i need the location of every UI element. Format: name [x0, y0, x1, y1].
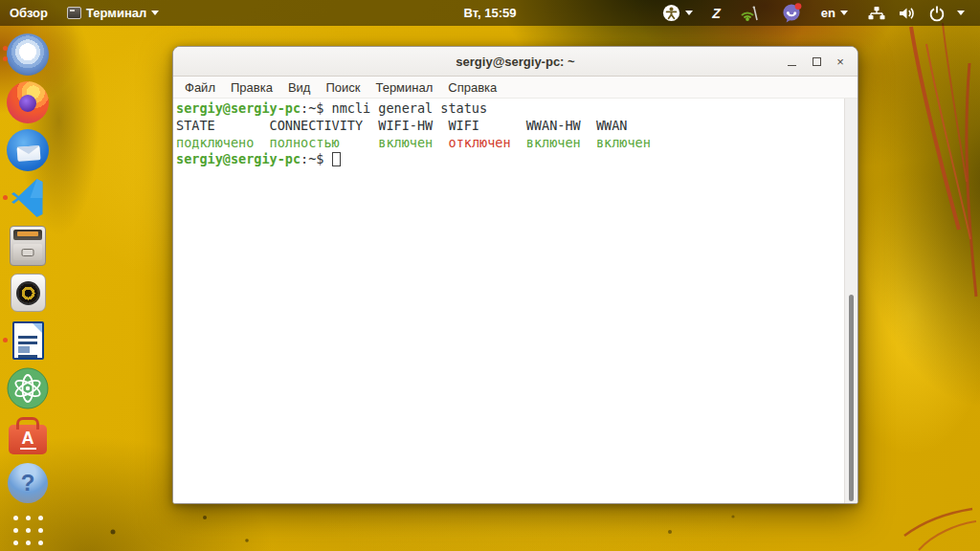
vscode-icon [11, 177, 46, 219]
viber-icon [782, 3, 802, 23]
terminal-scrollbar-thumb[interactable] [849, 295, 854, 501]
chromium-icon [7, 33, 49, 76]
menu-view[interactable]: Вид [280, 80, 319, 95]
network-signal-tray-icon[interactable] [730, 0, 772, 26]
menu-search[interactable]: Поиск [318, 80, 368, 95]
terminal-cursor [332, 152, 341, 166]
state-value: подключено [176, 135, 270, 150]
volume-icon [898, 6, 917, 21]
terminal-app-icon [67, 7, 81, 19]
menu-bar: Файл Правка Вид Поиск Терминал Справка [173, 77, 858, 99]
dock-item-libreoffice-writer[interactable] [0, 320, 56, 362]
top-bar-right: Z [653, 0, 980, 26]
terminal-line-prompt: sergiy@sergiy-pc:~$ [176, 151, 841, 168]
firefox-icon [7, 81, 49, 123]
connectivity-value: полностью [270, 135, 379, 150]
app-menu[interactable]: Терминал [57, 0, 168, 26]
activities-label: Обзор [10, 6, 48, 20]
question-mark-icon: ? [8, 463, 48, 503]
menu-edit[interactable]: Правка [223, 80, 280, 95]
toolbox-icon: A [9, 425, 47, 454]
window-titlebar[interactable]: sergiy@sergiy-pc: ~ × [173, 47, 858, 77]
clock-label: Вт, 15:59 [463, 6, 516, 20]
dock-item-toolbox-app[interactable]: A [0, 415, 56, 457]
menu-file[interactable]: Файл [177, 80, 223, 95]
dock-item-chromium[interactable] [0, 33, 56, 76]
running-indicator [3, 338, 8, 342]
command-text: nmcli general status [332, 100, 488, 116]
close-button[interactable]: × [828, 47, 853, 77]
chevron-down-icon [151, 11, 159, 15]
power-icon [928, 5, 946, 22]
wwan-value: включен [596, 135, 651, 150]
minimize-button[interactable] [779, 47, 804, 77]
running-indicator [3, 195, 8, 200]
writer-document-icon [12, 321, 44, 360]
system-menu[interactable] [858, 0, 974, 26]
running-indicator [3, 46, 8, 51]
chevron-down-icon [840, 11, 848, 15]
nmcli-status-row: подключено полностью включен отключен вк… [176, 135, 841, 152]
running-indicator [3, 56, 8, 61]
dock: A ? [0, 26, 56, 551]
dock-item-file-cabinet[interactable] [0, 225, 56, 267]
dock-item-firefox[interactable] [0, 81, 56, 123]
window-title: sergiy@sergiy-pc: ~ [456, 55, 574, 69]
prompt-suffix: :~$ [301, 100, 332, 116]
prompt-user: sergiy@sergiy-pc [176, 151, 301, 166]
viber-tray-icon[interactable] [772, 0, 812, 26]
menu-help[interactable]: Справка [440, 80, 504, 95]
activities-button[interactable]: Обзор [0, 0, 57, 26]
signal-icon [740, 5, 763, 22]
clock-button[interactable]: Вт, 15:59 [463, 0, 516, 26]
z-app-tray-icon[interactable]: Z [702, 0, 730, 26]
dock-item-music-player[interactable] [0, 273, 56, 315]
language-indicator[interactable]: en [812, 0, 858, 26]
dock-item-vscode[interactable] [0, 177, 56, 219]
terminal-line-command: sergiy@sergiy-pc:~$ nmcli general status [176, 100, 841, 118]
terminal-viewport[interactable]: sergiy@sergiy-pc:~$ nmcli general status… [173, 99, 858, 503]
wifi-value: отключен [449, 135, 526, 150]
menu-terminal[interactable]: Терминал [368, 80, 440, 95]
terminal-scrollbar[interactable] [844, 99, 858, 503]
maximize-button[interactable] [804, 47, 829, 77]
language-label: en [821, 6, 835, 20]
dock-item-atom-app[interactable] [0, 367, 56, 409]
dock-item-unknown-app[interactable]: ? [0, 462, 56, 504]
terminal-window: sergiy@sergiy-pc: ~ × Файл Правка Вид По… [172, 46, 858, 504]
chevron-down-icon [685, 11, 693, 15]
top-bar: Обзор Терминал Вт, 15:59 [0, 0, 980, 26]
thunderbird-icon [7, 129, 49, 171]
file-cabinet-icon [10, 226, 46, 266]
wifi-hw-value: включен [378, 135, 448, 150]
ethernet-icon [867, 6, 886, 21]
accessibility-menu[interactable] [653, 0, 702, 26]
atom-icon [7, 367, 49, 409]
dock-item-thunderbird[interactable] [0, 129, 56, 171]
prompt-suffix: :~$ [301, 151, 332, 166]
envelope-icon [17, 145, 41, 162]
dock-item-show-applications[interactable] [0, 510, 56, 551]
terminal-output: sergiy@sergiy-pc:~$ nmcli general status… [176, 100, 841, 168]
app-grid-icon [13, 516, 43, 545]
speaker-icon [11, 274, 46, 312]
app-menu-label: Терминал [86, 6, 146, 20]
wwan-hw-value: включен [526, 135, 596, 150]
prompt-user: sergiy@sergiy-pc [176, 100, 301, 116]
desktop: Обзор Терминал Вт, 15:59 [0, 0, 980, 551]
toolbox-letter: A [20, 430, 36, 450]
z-glyph: Z [712, 6, 721, 21]
top-bar-left: Обзор Терминал [0, 0, 168, 26]
chevron-down-icon [957, 11, 965, 15]
nmcli-header-row: STATE CONNECTIVITY WIFI-HW WIFI WWAN-HW … [176, 118, 841, 135]
accessibility-icon [662, 4, 680, 22]
